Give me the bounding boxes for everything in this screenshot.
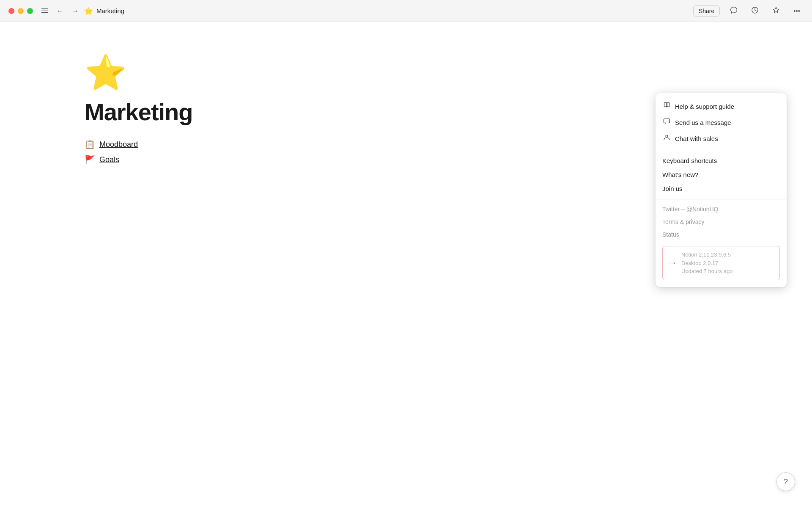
page-icon: ⭐ xyxy=(84,6,93,16)
terms-privacy-label: Terms & privacy xyxy=(662,218,705,225)
page-emoji-icon: ⭐ xyxy=(85,56,727,90)
help-support-guide-item[interactable]: Help & support guide xyxy=(656,98,787,114)
list-item: 📋 Moodboard xyxy=(85,139,727,149)
history-button[interactable] xyxy=(748,5,762,17)
comments-button[interactable] xyxy=(727,5,741,17)
menu-section-help: Help & support guide Send us a message C… xyxy=(656,97,787,148)
back-button[interactable]: ← xyxy=(55,6,65,17)
keyboard-shortcuts-label: Keyboard shortcuts xyxy=(662,157,717,164)
goals-emoji: 🚩 xyxy=(85,155,95,165)
page-links: 📋 Moodboard 🚩 Goals xyxy=(85,139,727,165)
join-us-item[interactable]: Join us xyxy=(656,182,787,196)
forward-button[interactable]: → xyxy=(70,6,80,17)
more-options-button[interactable]: ••• xyxy=(790,6,804,16)
menu-section-links: Twitter – @NotionHQ Terms & privacy Stat… xyxy=(656,199,787,243)
page-title-area: ⭐ Marketing xyxy=(84,6,124,16)
moodboard-emoji: 📋 xyxy=(85,139,95,149)
page-title: Marketing xyxy=(96,7,124,14)
version-text: Notion 2.11.23.9.6.5 Desktop 2.0.17 Upda… xyxy=(681,251,732,276)
maximize-button[interactable] xyxy=(27,8,33,14)
svg-rect-2 xyxy=(664,119,669,123)
page-heading: Marketing xyxy=(85,98,727,126)
message-icon xyxy=(662,118,671,127)
svg-marker-1 xyxy=(773,7,779,13)
join-us-label: Join us xyxy=(662,185,683,192)
version-info-box: → Notion 2.11.23.9.6.5 Desktop 2.0.17 Up… xyxy=(662,246,780,280)
list-item: 🚩 Goals xyxy=(85,155,727,165)
chat-sales-item[interactable]: Chat with sales xyxy=(656,130,787,146)
status-item[interactable]: Status xyxy=(656,228,787,241)
book-icon xyxy=(662,102,671,111)
favorite-button[interactable] xyxy=(769,5,783,17)
whats-new-label: What's new? xyxy=(662,171,698,178)
keyboard-shortcuts-item[interactable]: Keyboard shortcuts xyxy=(656,154,787,168)
titlebar-nav: ← → xyxy=(40,6,80,17)
moodboard-link[interactable]: Moodboard xyxy=(99,140,138,149)
titlebar: ← → ⭐ Marketing Share ••• xyxy=(0,0,812,22)
close-button[interactable] xyxy=(8,8,14,14)
sidebar-toggle-button[interactable] xyxy=(40,7,50,15)
version-line3: Updated 7 hours ago xyxy=(681,267,732,276)
version-arrow-icon: → xyxy=(668,257,677,268)
help-support-label: Help & support guide xyxy=(675,103,734,110)
goals-link[interactable]: Goals xyxy=(99,155,119,164)
status-label: Status xyxy=(662,231,679,238)
help-button[interactable]: ? xyxy=(776,472,795,491)
person-icon xyxy=(662,134,671,143)
send-message-item[interactable]: Send us a message xyxy=(656,114,787,130)
twitter-item[interactable]: Twitter – @NotionHQ xyxy=(656,203,787,215)
help-dropdown-menu: Help & support guide Send us a message C… xyxy=(656,93,787,287)
menu-section-shortcuts: Keyboard shortcuts What's new? Join us xyxy=(656,150,787,197)
send-message-label: Send us a message xyxy=(675,119,731,126)
version-line2: Desktop 2.0.17 xyxy=(681,259,732,268)
titlebar-actions: Share ••• xyxy=(693,5,804,17)
traffic-lights xyxy=(8,8,33,14)
twitter-label: Twitter – @NotionHQ xyxy=(662,206,718,213)
terms-privacy-item[interactable]: Terms & privacy xyxy=(656,215,787,228)
whats-new-item[interactable]: What's new? xyxy=(656,168,787,182)
svg-point-3 xyxy=(666,135,668,137)
version-line1: Notion 2.11.23.9.6.5 xyxy=(681,251,732,259)
share-button[interactable]: Share xyxy=(693,6,720,17)
chat-sales-label: Chat with sales xyxy=(675,135,718,142)
minimize-button[interactable] xyxy=(18,8,24,14)
